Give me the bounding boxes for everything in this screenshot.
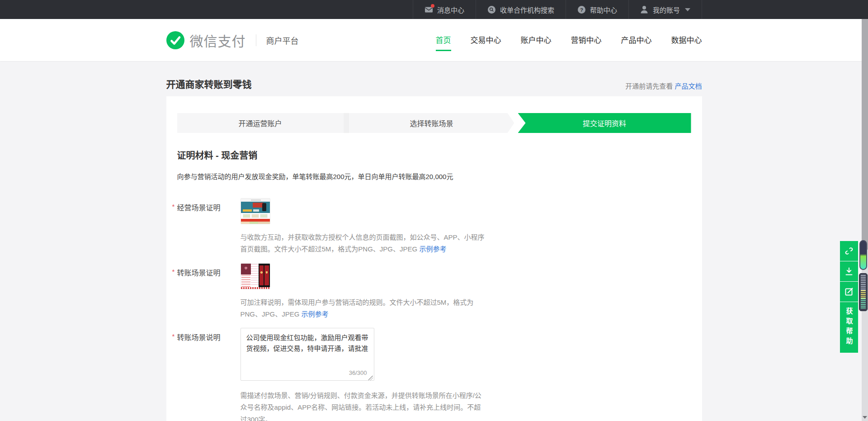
help-center-icon: ? [577, 5, 586, 14]
nav-item-marketing[interactable]: 营销中心 [571, 29, 602, 51]
brand-divider [256, 34, 256, 46]
form-row-transfer-scene-note: * 转账场景说明 公司使用现金红包功能，激励用户观看带货视频，促进交易，特申请开… [177, 328, 691, 421]
get-help-button[interactable]: 获取帮助 [840, 302, 858, 353]
field-description: 需描述付款场景、营销/分销规则、付款资金来源，并提供转账场景所在小程序/公众号名… [241, 390, 487, 421]
unread-badge-dot [431, 4, 434, 8]
section-title: 证明材料 - 现金营销 [177, 148, 691, 161]
field-label: * 经营场景证明 [177, 198, 241, 255]
step-divider [344, 113, 349, 133]
scrollbar-track[interactable] [862, 19, 868, 421]
topbar-item-message-center[interactable]: 消息中心 [413, 0, 476, 19]
step-tab-submit-proof[interactable]: 提交证明资料 [518, 113, 691, 133]
main-nav: 首页 交易中心 账户中心 营销中心 产品中心 数据中心 [436, 29, 702, 51]
thumb-phone-shots [241, 264, 270, 287]
topbar: 消息中心 收单合作机构搜索 ? 帮助中心 我的账号 [0, 0, 868, 19]
step-tab-choose-scene[interactable]: 选择转账场景 [349, 113, 514, 133]
message-icon [425, 5, 433, 14]
account-icon [640, 5, 649, 14]
download-icon [844, 266, 854, 276]
floating-toolbar: 获取帮助 [840, 241, 858, 353]
topbar-item-help-center[interactable]: ? 帮助中心 [566, 0, 628, 19]
brand-name: 微信支付 [190, 30, 246, 50]
topbar-item-label: 我的账号 [653, 5, 680, 14]
char-counter: 36/300 [349, 369, 367, 376]
scrollbar-thumb[interactable] [862, 19, 868, 250]
field-description: 与收款方互动，并获取收款方授权个人信息的页面截图，如公众号、APP、小程序首页截… [241, 232, 487, 255]
platform-label: 商户平台 [266, 34, 299, 46]
nav-item-home[interactable]: 首页 [436, 29, 451, 51]
link-icon [844, 246, 854, 256]
thumb-browser-bar [241, 199, 270, 202]
topbar-item-label: 帮助中心 [590, 5, 617, 14]
header: 微信支付 商户平台 首页 交易中心 账户中心 营销中心 产品中心 数据中心 [0, 19, 868, 61]
wechat-pay-logo-icon [166, 31, 184, 49]
step-tab-open-account[interactable]: 开通运营账户 [177, 113, 344, 133]
transfer-proof-example-link[interactable]: 示例参考 [302, 310, 329, 318]
thumb-footer [241, 222, 270, 224]
field-label: * 转账场景证明 [177, 263, 241, 321]
page-head: 开通商家转账到零钱 开通前请先查看 产品文档 [166, 77, 702, 90]
required-mark: * [172, 203, 175, 210]
topbar-item-label: 收单合作机构搜索 [500, 5, 554, 14]
business-proof-example-link[interactable]: 示例参考 [419, 245, 446, 253]
product-doc-link[interactable]: 产品文档 [675, 82, 702, 90]
thumb-caption-row [241, 287, 270, 289]
field-label: * 转账场景说明 [177, 328, 241, 421]
topbar-item-my-account[interactable]: 我的账号 [628, 0, 702, 19]
resize-handle[interactable] [368, 376, 373, 380]
doc-note: 开通前请先查看 产品文档 [625, 81, 702, 90]
form-row-transfer-scene-proof: * 转账场景证明 可加注释说明，需体现用户参与营销活动的规则。文件大小不超过5M… [177, 263, 691, 321]
nav-item-transactions[interactable]: 交易中心 [471, 29, 501, 51]
thumb-banner [241, 202, 270, 213]
feedback-button[interactable] [840, 282, 858, 302]
scrollbar-down-arrow-icon[interactable] [863, 416, 867, 419]
quick-link-button[interactable] [840, 241, 858, 261]
field-description: 可加注释说明，需体现用户参与营销活动的规则。文件大小不超过5M，格式为PNG、J… [241, 297, 487, 321]
scrollbar-extension-gradient-widget[interactable] [859, 240, 867, 270]
content-card: 开通运营账户 选择转账场景 提交证明资料 证明材料 - 现金营销 向参与营销活动… [166, 96, 702, 421]
topbar-item-acquiring-search[interactable]: 收单合作机构搜索 [476, 0, 566, 19]
form-row-business-scene-proof: * 经营场景证明 与收款方互动，并获取收款方授权个人信息的页面截图，如公众号、A… [177, 198, 691, 255]
transfer-scene-proof-thumbnail[interactable] [241, 263, 270, 289]
business-scene-proof-thumbnail[interactable] [241, 198, 270, 224]
scrollbar-extension-minimap-widget[interactable] [859, 273, 868, 311]
nav-item-products[interactable]: 产品中心 [621, 29, 652, 51]
acquiring-search-icon [487, 5, 496, 14]
brand-logo[interactable]: 微信支付 商户平台 [166, 30, 299, 50]
proof-form: * 经营场景证明 与收款方互动，并获取收款方授权个人信息的页面截图，如公众号、A… [177, 198, 691, 421]
download-button[interactable] [840, 261, 858, 281]
transfer-note-textarea-wrap: 公司使用现金红包功能，激励用户观看带货视频，促进交易，特申请开通，请批准 36/… [241, 328, 374, 383]
nav-item-account[interactable]: 账户中心 [521, 29, 552, 51]
chevron-down-icon [685, 8, 690, 11]
svg-text:?: ? [580, 7, 583, 12]
required-mark: * [172, 332, 175, 340]
edit-icon [844, 287, 854, 297]
required-mark: * [172, 268, 175, 275]
get-help-label: 获取帮助 [844, 307, 854, 347]
step-tabs: 开通运营账户 选择转账场景 提交证明资料 [177, 113, 691, 133]
doc-hint: 开通前请先查看 [625, 82, 673, 90]
section-description: 向参与营销活动的用户发放现金奖励，单笔转账最高200元，单日向单用户转账最高20… [177, 171, 691, 181]
step-gap [514, 113, 518, 133]
nav-item-data[interactable]: 数据中心 [671, 29, 702, 51]
page-title: 开通商家转账到零钱 [166, 77, 252, 90]
topbar-item-label: 消息中心 [437, 5, 464, 14]
thumb-product-cards [241, 213, 270, 219]
